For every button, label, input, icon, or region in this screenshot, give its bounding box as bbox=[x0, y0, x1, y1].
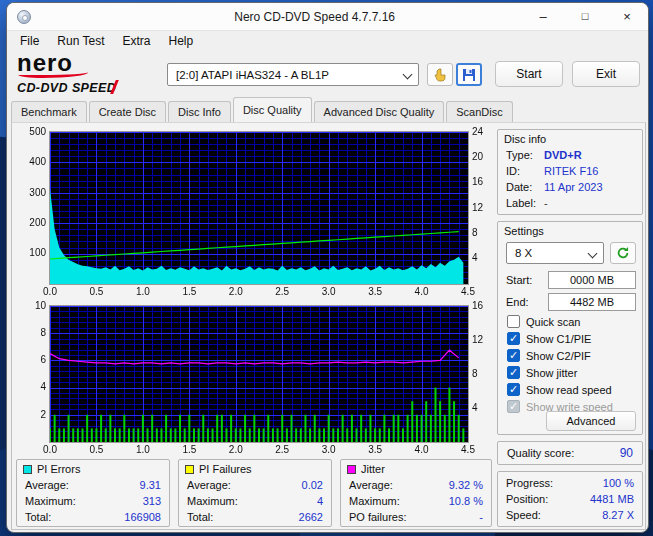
caption-buttons: – □ × bbox=[522, 3, 648, 31]
checkbox-icon bbox=[507, 366, 520, 379]
advanced-button[interactable]: Advanced bbox=[546, 411, 636, 431]
speed-select-value: 8 X bbox=[515, 247, 532, 259]
start-mb-field[interactable]: 0000 MB bbox=[548, 271, 636, 289]
app-window: Nero CD-DVD Speed 4.7.7.16 – □ × File Ru… bbox=[6, 2, 649, 533]
stat-value: - bbox=[479, 511, 483, 524]
settings-panel: Settings 8 X Start: 0000 MB End: 4482 MB… bbox=[497, 221, 643, 435]
chevron-down-icon bbox=[588, 249, 598, 259]
end-label: End: bbox=[506, 296, 529, 308]
chevron-down-icon bbox=[403, 70, 413, 80]
stat-label: Average: bbox=[349, 479, 393, 492]
start-label: Start: bbox=[506, 274, 532, 286]
start-button[interactable]: Start bbox=[495, 61, 563, 87]
disc-type-label: Type: bbox=[506, 149, 533, 161]
stat-label: Average: bbox=[25, 479, 69, 492]
disc-quality-page: PI Errors Average:9.31 Maximum:313 Total… bbox=[11, 122, 646, 530]
stat-label: Average: bbox=[187, 479, 231, 492]
menu-item-extra[interactable]: Extra bbox=[113, 33, 159, 49]
pi-failures-jitter-chart bbox=[14, 301, 490, 459]
quality-score-panel: Quality score: 90 bbox=[497, 441, 643, 465]
settings-title: Settings bbox=[504, 225, 544, 237]
stat-value: 10.8 % bbox=[449, 495, 483, 508]
stat-value: 0.02 bbox=[302, 479, 323, 492]
disc-date-label: Date: bbox=[506, 181, 532, 193]
progress-label: Progress: bbox=[506, 477, 553, 490]
progress-panel: Progress:100 % Position:4481 MB Speed:8.… bbox=[497, 471, 643, 527]
menu-item-help[interactable]: Help bbox=[160, 33, 203, 49]
stat-value: 4 bbox=[317, 495, 323, 508]
refresh-button[interactable] bbox=[610, 242, 636, 264]
hand-icon bbox=[433, 68, 447, 82]
quality-score-label: Quality score: bbox=[507, 447, 574, 459]
checkbox-show-read-speed[interactable]: Show read speed bbox=[507, 382, 612, 397]
tab-benchmark[interactable]: Benchmark bbox=[11, 101, 87, 122]
toolbar: nero CD-DVD SPEED [2:0] ATAPI iHAS324 - … bbox=[7, 51, 648, 97]
refresh-icon bbox=[616, 246, 630, 260]
disc-info-title: Disc info bbox=[504, 133, 546, 145]
pi-failures-panel: PI Failures Average:0.02 Maximum:4 Total… bbox=[178, 459, 332, 527]
disc-date-value: 11 Apr 2023 bbox=[544, 181, 603, 193]
tab-scandisc[interactable]: ScanDisc bbox=[446, 101, 512, 122]
stat-value: 9.32 % bbox=[449, 479, 483, 492]
stat-value: 2662 bbox=[299, 511, 323, 524]
quality-score-value: 90 bbox=[620, 446, 633, 460]
titlebar[interactable]: Nero CD-DVD Speed 4.7.7.16 – □ × bbox=[7, 3, 648, 31]
checkbox-show-c1-pie[interactable]: Show C1/PIE bbox=[507, 331, 591, 346]
nero-logo-swoosh bbox=[18, 69, 88, 78]
stat-label: Total: bbox=[187, 511, 213, 524]
hand-tool-button[interactable] bbox=[427, 63, 453, 86]
checkbox-icon bbox=[507, 400, 520, 413]
stat-label: Total: bbox=[25, 511, 51, 524]
tab-disc-info[interactable]: Disc Info bbox=[168, 101, 231, 122]
stat-value: 9.31 bbox=[140, 479, 161, 492]
checkbox-icon bbox=[507, 332, 520, 345]
checkbox-show-jitter[interactable]: Show jitter bbox=[507, 365, 577, 380]
stat-label: PO failures: bbox=[349, 511, 406, 524]
tab-bar: Benchmark Create Disc Disc Info Disc Qua… bbox=[11, 97, 644, 122]
checkbox-show-c2-pif[interactable]: Show C2/PIF bbox=[507, 348, 591, 363]
stat-value: 313 bbox=[143, 495, 161, 508]
end-mb-field[interactable]: 4482 MB bbox=[548, 293, 636, 311]
speed-label: Speed: bbox=[506, 509, 541, 522]
speed-select[interactable]: 8 X bbox=[506, 242, 604, 264]
menu-item-run-test[interactable]: Run Test bbox=[48, 33, 113, 49]
pi-errors-title: PI Errors bbox=[37, 463, 80, 475]
cd-disc-icon bbox=[17, 10, 31, 24]
menubar: File Run Test Extra Help bbox=[7, 31, 648, 51]
checkbox-icon bbox=[507, 383, 520, 396]
minimize-button[interactable]: – bbox=[522, 3, 564, 31]
drive-select[interactable]: [2:0] ATAPI iHAS324 - A BL1P bbox=[167, 63, 419, 86]
jitter-color-swatch bbox=[347, 465, 356, 474]
checkbox-icon bbox=[507, 315, 520, 328]
position-value: 4481 MB bbox=[590, 493, 634, 506]
stat-label: Maximum: bbox=[187, 495, 238, 508]
maximize-button[interactable]: □ bbox=[564, 3, 606, 31]
jitter-panel: Jitter Average:9.32 % Maximum:10.8 % PO … bbox=[340, 459, 492, 527]
pi-errors-panel: PI Errors Average:9.31 Maximum:313 Total… bbox=[16, 459, 170, 527]
exit-button[interactable]: Exit bbox=[572, 61, 640, 87]
stat-value: 166908 bbox=[124, 511, 161, 524]
nero-logo: nero CD-DVD SPEED bbox=[17, 52, 162, 96]
stat-label: Maximum: bbox=[25, 495, 76, 508]
disc-id-label: ID: bbox=[506, 165, 520, 177]
tab-advanced-disc-quality[interactable]: Advanced Disc Quality bbox=[314, 101, 445, 122]
menu-item-file[interactable]: File bbox=[11, 33, 48, 49]
pi-failures-title: PI Failures bbox=[199, 463, 252, 475]
pi-failures-color-swatch bbox=[185, 465, 194, 474]
close-button[interactable]: × bbox=[606, 3, 648, 31]
checkbox-quick-scan[interactable]: Quick scan bbox=[507, 314, 580, 329]
save-icon bbox=[462, 68, 476, 82]
position-label: Position: bbox=[506, 493, 548, 506]
tab-disc-quality[interactable]: Disc Quality bbox=[233, 97, 312, 122]
speed-value: 8.27 X bbox=[602, 509, 634, 522]
disc-type-value: DVD+R bbox=[544, 149, 582, 161]
disc-label-value: - bbox=[544, 197, 548, 209]
save-results-button[interactable] bbox=[456, 63, 482, 86]
disc-id-value: RITEK F16 bbox=[544, 165, 598, 177]
window-title: Nero CD-DVD Speed 4.7.7.16 bbox=[234, 3, 395, 31]
progress-value: 100 % bbox=[603, 477, 634, 490]
nero-logo-subtitle: CD-DVD SPEED bbox=[17, 81, 116, 95]
tab-create-disc[interactable]: Create Disc bbox=[89, 101, 166, 122]
pi-errors-color-swatch bbox=[23, 465, 32, 474]
jitter-title: Jitter bbox=[361, 463, 385, 475]
